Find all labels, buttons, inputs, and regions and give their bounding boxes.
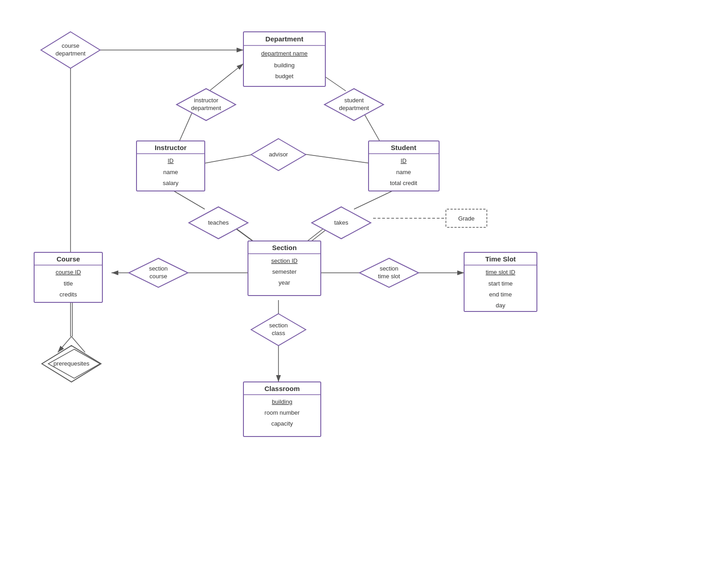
instructor-pk: ID — [168, 157, 174, 164]
instr-dept-label-1: instructor — [194, 97, 218, 104]
section-course-label-1: section — [149, 265, 167, 272]
diamond-student-department: student department — [324, 89, 384, 120]
section-class-label-1: section — [269, 322, 288, 329]
entity-classroom: Classroom building room number capacity — [243, 382, 321, 436]
diamond-prerequisites: prerequesites — [42, 346, 101, 382]
student-pk: ID — [401, 157, 407, 164]
teaches-label: teaches — [208, 219, 229, 226]
section-year: year — [278, 279, 290, 286]
course-dept-label-2: department — [56, 50, 86, 57]
entity-timeslot: Time Slot time slot ID start time end ti… — [464, 252, 537, 311]
classroom-pk: building — [272, 398, 293, 405]
timeslot-day: day — [496, 302, 506, 309]
student-name: name — [396, 169, 411, 176]
diamond-teaches: teaches — [189, 207, 248, 239]
section-title: Section — [272, 244, 297, 251]
course-credits: credits — [60, 291, 77, 298]
instructor-salary: salary — [163, 180, 179, 186]
classroom-room: room number — [264, 409, 300, 416]
diamond-section-timeslot: section time slot — [359, 258, 419, 287]
entity-course: Course course ID title credits — [34, 252, 102, 302]
section-timeslot-label-2: time slot — [378, 273, 400, 280]
advisor-label: advisor — [269, 151, 288, 158]
course-title-attr: title — [64, 280, 73, 287]
timeslot-start: start time — [488, 280, 512, 287]
course-pk: course ID — [56, 269, 81, 276]
instr-dept-label-2: department — [191, 105, 221, 111]
timeslot-end: end time — [489, 291, 512, 298]
dept-pk: department name — [261, 50, 308, 57]
student-title: Student — [391, 144, 416, 151]
takes-label: takes — [334, 219, 349, 226]
entity-student: Student ID name total credit — [369, 141, 439, 191]
entity-department: Department department name building budg… — [243, 32, 325, 86]
diamond-section-class: section class — [251, 314, 306, 346]
prereq-label: prerequesites — [54, 360, 90, 367]
instructor-name: name — [163, 169, 178, 176]
entity-instructor: Instructor ID name salary — [136, 141, 205, 191]
student-credit: total credit — [390, 180, 417, 186]
line-instr-dept-to-dept — [209, 64, 243, 91]
section-timeslot-label-1: section — [379, 265, 398, 272]
section-class-label-2: class — [272, 330, 285, 336]
section-pk: section ID — [271, 257, 298, 264]
diamond-course-department: course department — [41, 32, 100, 68]
timeslot-pk: time slot ID — [485, 269, 515, 276]
classroom-title: Classroom — [264, 385, 300, 392]
diamond-advisor: advisor — [251, 139, 306, 171]
student-dept-label-1: student — [344, 97, 364, 104]
classroom-capacity: capacity — [271, 420, 293, 427]
dept-attr-budget: budget — [275, 73, 293, 80]
diamond-instructor-department: instructor department — [177, 89, 236, 120]
section-semester: semester — [272, 268, 297, 275]
timeslot-title: Time Slot — [485, 255, 516, 263]
entity-section: Section section ID semester year — [248, 241, 321, 296]
section-course-label-2: course — [149, 273, 167, 280]
grade-label: Grade — [458, 215, 475, 222]
diamond-section-course: section course — [129, 258, 188, 287]
instructor-title: Instructor — [155, 144, 187, 151]
course-title: Course — [56, 255, 80, 263]
course-dept-label-1: course — [61, 42, 79, 49]
dept-title: Department — [265, 35, 303, 43]
entity-grade: Grade — [446, 209, 487, 227]
dept-attr-building: building — [274, 62, 295, 69]
student-dept-label-2: department — [339, 105, 369, 111]
